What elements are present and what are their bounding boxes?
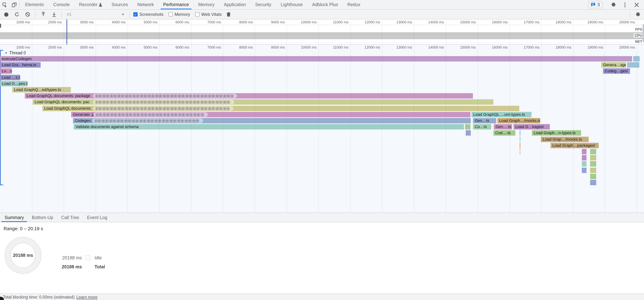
flame-bar[interactable] xyxy=(633,56,640,62)
inspect-element-icon[interactable] xyxy=(0,0,9,9)
flame-bar-load-graph-n-types-ts[interactable]: Load Graph…n-types.ts xyxy=(532,130,581,136)
ruler-label: 15000 ms xyxy=(460,20,476,24)
overview-left-handle[interactable] xyxy=(0,24,1,28)
unchecked-checkbox-icon[interactable] xyxy=(195,12,200,17)
tab-network[interactable]: Network xyxy=(133,0,159,9)
flame-bar-load-gra-hema-ts[interactable]: Load Gra…hema.ts xyxy=(0,62,40,68)
flame-bar-load-s-ts[interactable]: Load …s.ts xyxy=(0,75,20,80)
flame-bar-codegen-[interactable]: Codegen: xyxy=(73,118,471,123)
details-tab-summary[interactable]: Summary xyxy=(1,213,28,222)
close-icon[interactable] xyxy=(632,2,641,7)
flame-bar[interactable] xyxy=(590,155,596,160)
overview-scrollbar[interactable] xyxy=(642,24,644,42)
flame-bar[interactable] xyxy=(520,143,520,148)
legend-row-total: 20188 msTotal xyxy=(60,262,105,271)
tab-memory[interactable]: Memory xyxy=(194,0,219,9)
history-select[interactable]: #1 xyxy=(66,12,126,17)
tab-performance[interactable]: Performance xyxy=(158,0,194,9)
flame-bar-load-graphq-ed-types-ts[interactable]: Load GraphQ…ed/types.ts xyxy=(12,87,71,92)
overview-ruler: 1000 ms2000 ms3000 ms4000 ms5000 ms6000 … xyxy=(0,20,644,25)
unchecked-checkbox-icon[interactable] xyxy=(168,12,173,17)
flame-bar[interactable] xyxy=(520,149,520,154)
issues-badge[interactable]: 3 xyxy=(588,1,603,8)
flame-bar[interactable] xyxy=(590,168,596,173)
flame-bar-load-grap-mocks-ts[interactable]: Load Grap…/mocks.ts xyxy=(541,137,589,142)
flame-bar-load-g-kages-[interactable]: Load G…kages/ xyxy=(514,124,550,130)
flame-bar-generate-p[interactable]: Generate: p xyxy=(71,112,470,117)
clear-button[interactable] xyxy=(24,11,32,18)
flame-bar[interactable] xyxy=(582,168,586,173)
gridline xyxy=(96,20,96,44)
load-profile-button[interactable] xyxy=(39,11,47,18)
tab-redux[interactable]: Redux xyxy=(343,0,365,9)
details-tab-call-tree[interactable]: Call Tree xyxy=(57,213,83,222)
chat-bubble-icon xyxy=(591,3,596,7)
toolbar-checkboxes: ✓ScreenshotsMemoryWeb Vitals xyxy=(133,12,222,17)
flame-bar-label: Load Graph…packages/ xyxy=(552,143,595,147)
ruler-label: 12000 ms xyxy=(364,45,380,49)
flame-bar[interactable] xyxy=(590,149,596,154)
flame-bar-label: Load Graph…/mocks.ts xyxy=(499,118,540,123)
flame-bar[interactable] xyxy=(590,174,596,179)
gridline xyxy=(223,20,223,44)
flame-bar[interactable] xyxy=(465,124,470,130)
tab-console[interactable]: Console xyxy=(48,0,74,9)
flame-bar-codeg-ges-[interactable]: Codeg…ges/ xyxy=(603,68,630,74)
checkbox-memory[interactable]: Memory xyxy=(168,12,190,17)
save-profile-button[interactable] xyxy=(50,11,58,18)
flame-bar[interactable] xyxy=(520,130,520,136)
flame-bar[interactable] xyxy=(582,149,586,154)
tab-application[interactable]: Application xyxy=(219,0,250,9)
tab-lighthouse[interactable]: Lighthouse xyxy=(276,0,307,9)
flame-bar-cod-ts[interactable]: Cod….ts xyxy=(494,130,515,136)
trash-icon[interactable] xyxy=(224,11,232,18)
flame-bar[interactable] xyxy=(466,130,471,136)
gridline xyxy=(64,45,64,213)
flame-bar-co-ts[interactable]: Co…ts xyxy=(473,124,491,130)
checkbox-screenshots[interactable]: ✓Screenshots xyxy=(133,12,163,17)
thread-header[interactable]: ▼ Thread 0 xyxy=(5,51,26,55)
flame-bar-validate-documents-against-schema[interactable]: Validate documents against schema xyxy=(74,124,464,130)
ruler-label: 17000 ms xyxy=(524,45,540,49)
learn-more-link[interactable]: Learn more xyxy=(76,295,98,299)
settings-gear-icon[interactable] xyxy=(609,2,618,7)
tab-sources[interactable]: Sources xyxy=(107,0,133,9)
capture-settings-gear-icon[interactable] xyxy=(634,11,642,18)
details-tab-event-log[interactable]: Event Log xyxy=(83,213,112,222)
tab-security[interactable]: Security xyxy=(250,0,276,9)
flame-bar-gen-ts[interactable]: Gen…ts xyxy=(473,118,496,123)
flame-bar-load-graph-packages-[interactable]: Load Graph…packages/ xyxy=(550,143,599,148)
reload-record-button[interactable] xyxy=(13,11,21,18)
ruler-label: 8000 ms xyxy=(239,45,253,49)
flame-bar[interactable] xyxy=(582,155,586,160)
device-toolbar-icon[interactable] xyxy=(9,0,19,9)
flame-bar-load-graphql-documents-[interactable]: Load GraphQL documents: xyxy=(42,106,519,111)
flame-bar[interactable] xyxy=(582,161,586,167)
flame-bar-load-graphql-documents-pac[interactable]: Load GraphQL documents: pac xyxy=(33,99,494,105)
flame-bar-load-g-pes-ts[interactable]: Load G…pes.ts xyxy=(0,81,28,86)
flame-bar[interactable] xyxy=(590,180,596,185)
flame-bar[interactable] xyxy=(520,137,520,142)
kebab-menu-icon[interactable] xyxy=(620,2,630,7)
devtools-tabbar: ElementsConsoleRecorderSourcesNetworkPer… xyxy=(0,0,644,10)
flame-bar[interactable] xyxy=(627,62,639,68)
flame-bar-lo-s[interactable]: Lo…s xyxy=(0,68,12,74)
flame-chart[interactable]: 1000 ms2000 ms3000 ms4000 ms5000 ms6000 … xyxy=(0,45,644,213)
record-button[interactable] xyxy=(2,11,10,18)
flame-bar-load-graphql-urn-types-ts[interactable]: Load GraphQL …urn-types.ts xyxy=(472,112,532,117)
tab-recorder[interactable]: Recorder xyxy=(74,0,107,9)
checkbox-web-vitals[interactable]: Web Vitals xyxy=(195,12,222,17)
tab-adblock-plus[interactable]: Adblock Plus xyxy=(308,0,343,9)
flame-bar-executecodegen[interactable]: executeCodegen xyxy=(0,56,632,62)
flame-bar-load-graphql-documents-package[interactable]: Load GraphQL documents: package xyxy=(25,93,473,99)
cpu-lane xyxy=(0,32,644,39)
net-lane-label: NET xyxy=(634,40,643,44)
flame-bar-load-graph-mocks-ts[interactable]: Load Graph…/mocks.ts xyxy=(498,118,540,123)
checked-checkbox-icon[interactable]: ✓ xyxy=(133,12,138,17)
details-tab-bottom-up[interactable]: Bottom-Up xyxy=(28,213,57,222)
flame-bar[interactable] xyxy=(590,161,596,167)
tab-elements[interactable]: Elements xyxy=(20,0,48,9)
gridline xyxy=(382,20,382,44)
gridline xyxy=(478,45,478,213)
timeline-overview[interactable]: 1000 ms2000 ms3000 ms4000 ms5000 ms6000 … xyxy=(0,20,644,45)
